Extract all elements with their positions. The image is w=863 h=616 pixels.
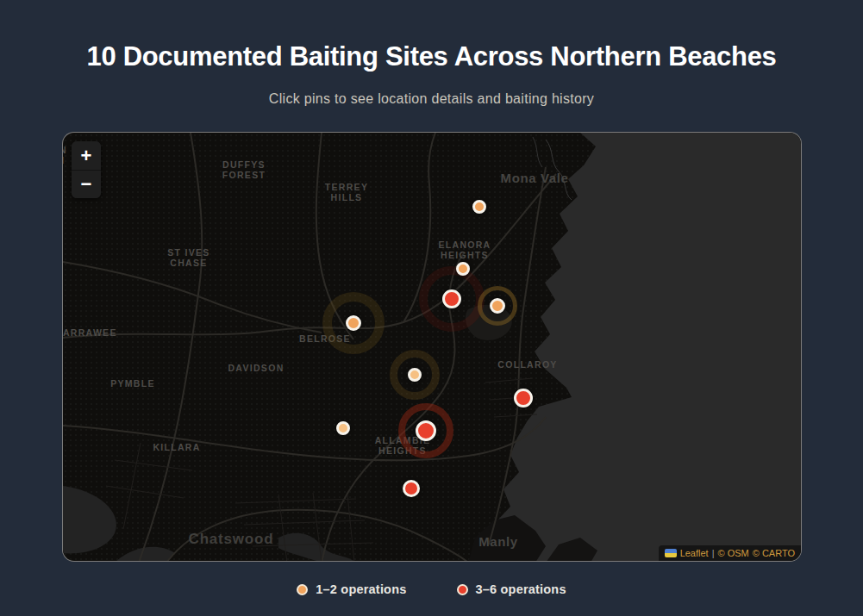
- baiting-site-pin[interactable]: [408, 368, 422, 382]
- zoom-in-button[interactable]: +: [72, 141, 101, 170]
- baiting-site-pin[interactable]: [416, 420, 436, 441]
- legend-label-high: 3–6 operations: [476, 582, 566, 596]
- orange-dot-icon: [297, 584, 308, 595]
- legend-label-low: 1–2 operations: [316, 582, 406, 596]
- ukraine-flag-icon: [665, 549, 677, 557]
- baiting-site-pin[interactable]: [346, 315, 361, 331]
- baiting-site-pin[interactable]: [456, 262, 470, 276]
- baiting-site-pin[interactable]: [403, 480, 420, 497]
- baiting-site-pin[interactable]: [472, 200, 486, 214]
- map-attribution: Leaflet | © OSM © CARTO: [659, 545, 801, 561]
- osm-link[interactable]: © OSM: [718, 548, 749, 558]
- baiting-site-pin[interactable]: [514, 389, 533, 408]
- red-dot-icon: [457, 584, 468, 595]
- baiting-site-pin[interactable]: [490, 298, 505, 314]
- page-subtitle: Click pins to see location details and b…: [0, 91, 863, 107]
- legend-item-high: 3–6 operations: [457, 582, 566, 596]
- carto-link[interactable]: © CARTO: [753, 548, 795, 558]
- leaflet-link[interactable]: Leaflet: [680, 548, 709, 558]
- leaflet-map[interactable]: DUFFYS FORESTTERREY HILLSMona ValeST IVE…: [62, 132, 802, 562]
- page-title: 10 Documented Baiting Sites Across North…: [0, 41, 863, 72]
- zoom-out-button[interactable]: −: [72, 170, 101, 198]
- baiting-site-pin[interactable]: [442, 289, 461, 308]
- baiting-site-pin[interactable]: [336, 421, 350, 435]
- attribution-separator: |: [712, 548, 715, 558]
- map-legend: 1–2 operations 3–6 operations: [0, 582, 863, 596]
- map-geography: [63, 133, 802, 562]
- legend-item-low: 1–2 operations: [297, 582, 406, 596]
- map-zoom-control: + −: [72, 141, 101, 198]
